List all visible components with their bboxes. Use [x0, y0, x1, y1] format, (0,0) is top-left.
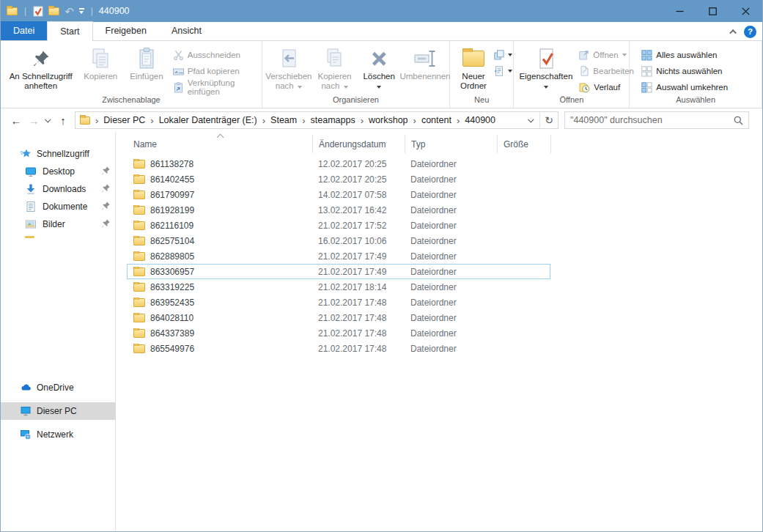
copy-icon: [89, 45, 111, 72]
file-type: Dateiordner: [405, 159, 497, 169]
file-name: 865549976: [150, 344, 194, 354]
breadcrumb-item[interactable]: Steam: [270, 115, 297, 125]
properties-button[interactable]: Eigenschaften: [515, 43, 576, 95]
tab-start[interactable]: Start: [47, 21, 92, 41]
table-row[interactable]: 861928199 13.02.2017 16:42 Dateiordner: [127, 202, 550, 218]
column-header-name[interactable]: Name: [128, 135, 312, 153]
table-row[interactable]: 864028110 21.02.2017 17:48 Dateiordner: [127, 310, 550, 325]
file-name: 862889805: [150, 251, 194, 262]
table-row[interactable]: 865549976 21.02.2017 17:48 Dateiordner: [127, 341, 550, 356]
file-type: Dateiordner: [405, 251, 497, 262]
crumb-separator: ›: [145, 115, 158, 126]
paste-icon: [136, 45, 157, 72]
tab-datei[interactable]: Datei: [1, 21, 47, 40]
file-type: Dateiordner: [405, 205, 497, 215]
table-row[interactable]: 863952435 21.02.2017 17:48 Dateiordner: [127, 295, 550, 310]
sidebar-item-onedrive[interactable]: OneDrive: [1, 379, 116, 396]
address-bar[interactable]: › Dieser PC › Lokaler Datenträger (E:) ›…: [75, 111, 559, 129]
sidebar-item-pictures[interactable]: Bilder: [1, 215, 116, 233]
file-type: Dateiordner: [405, 190, 497, 200]
file-name: 863952435: [150, 298, 194, 308]
help-button[interactable]: ?: [744, 26, 756, 38]
delete-button[interactable]: Löschen: [357, 43, 401, 95]
qat-customize-button[interactable]: [79, 8, 84, 14]
minimize-button[interactable]: [663, 0, 696, 22]
address-dropdown-icon[interactable]: [523, 112, 539, 128]
window-title: 440900: [99, 6, 130, 16]
file-modified: 21.02.2017 17:48: [312, 344, 405, 354]
pin-icon: [32, 45, 51, 72]
tab-ansicht[interactable]: Ansicht: [159, 21, 214, 40]
table-row[interactable]: 861402455 12.02.2017 20:25 Dateiordner: [127, 171, 550, 187]
history-button[interactable]: Verlauf: [576, 79, 629, 95]
file-name: 863319225: [150, 282, 194, 292]
select-all-button[interactable]: Alles auswählen: [638, 47, 756, 63]
breadcrumb-item[interactable]: steamapps: [311, 115, 355, 125]
refresh-button[interactable]: ↻: [539, 112, 558, 128]
table-row[interactable]: 862889805 21.02.2017 17:49 Dateiordner: [127, 248, 550, 264]
scissors-icon: [173, 50, 184, 61]
file-name: 864337389: [150, 328, 194, 339]
table-row[interactable]: 864337389 21.02.2017 17:48 Dateiordner: [127, 325, 550, 341]
breadcrumb-item[interactable]: workshop: [369, 115, 408, 125]
breadcrumb-item[interactable]: content: [421, 115, 451, 125]
sidebar-item-network[interactable]: Netzwerk: [1, 426, 116, 443]
crumb-separator: ›: [90, 115, 103, 126]
search-input[interactable]: [570, 115, 734, 125]
tab-freigeben[interactable]: Freigeben: [93, 21, 159, 40]
pin-to-quick-access-button[interactable]: An Schnellzugriff anheften: [4, 43, 78, 95]
move-to-icon: [278, 45, 300, 72]
file-modified: 12.02.2017 20:25: [312, 159, 405, 169]
select-none-button[interactable]: Nichts auswählen: [638, 63, 756, 79]
recent-locations-chevron-icon[interactable]: [43, 118, 54, 122]
rename-icon: [413, 45, 438, 72]
column-headers: Name Änderungsdatum Typ Größe: [128, 135, 551, 153]
new-item-button[interactable]: [494, 47, 513, 63]
breadcrumb: › Dieser PC › Lokaler Datenträger (E:) ›…: [90, 115, 495, 126]
sidebar-item-downloads[interactable]: Downloads: [1, 180, 116, 198]
downloads-icon: [25, 183, 37, 195]
file-modified: 21.02.2017 17:48: [312, 328, 405, 339]
pin-icon: [101, 201, 111, 210]
move-to-button: Verschieben nach: [265, 43, 312, 95]
column-header-size[interactable]: Größe: [497, 135, 551, 153]
table-row[interactable]: 862116109 21.02.2017 17:52 Dateiordner: [127, 218, 550, 233]
breadcrumb-item[interactable]: Dieser PC: [103, 115, 145, 125]
up-button[interactable]: ↑: [54, 111, 72, 129]
table-row[interactable]: 863306957 21.02.2017 17:49 Dateiordner: [127, 264, 550, 279]
sidebar-item-documents[interactable]: Dokumente: [1, 198, 116, 215]
crumb-separator: ›: [355, 115, 369, 126]
folder-icon: [133, 283, 145, 292]
qat-undo-button: ↶: [64, 6, 74, 17]
file-modified: 13.02.2017 16:42: [312, 205, 405, 215]
new-folder-button[interactable]: Neuer Ordner: [453, 43, 494, 95]
invert-selection-button[interactable]: Auswahl umkehren: [638, 79, 756, 95]
table-row[interactable]: 861790997 14.02.2017 07:58 Dateiordner: [127, 187, 550, 202]
table-row[interactable]: 861138278 12.02.2017 20:25 Dateiordner: [127, 156, 550, 171]
column-header-type[interactable]: Typ: [405, 135, 497, 153]
dropdown-caret-icon: [544, 86, 548, 89]
breadcrumb-item[interactable]: Lokaler Datenträger (E:): [159, 115, 257, 125]
collapse-ribbon-icon[interactable]: [729, 29, 737, 36]
column-header-modified[interactable]: Änderungsdatum: [312, 135, 405, 153]
new-folder-icon: [462, 45, 484, 72]
table-row[interactable]: 862575104 16.02.2017 10:06 Dateiordner: [127, 233, 550, 248]
delete-icon: [368, 45, 390, 72]
dropdown-caret-icon: [622, 53, 627, 56]
back-button[interactable]: ←: [7, 111, 25, 129]
maximize-button[interactable]: [696, 0, 729, 22]
easy-access-button[interactable]: [494, 63, 513, 79]
network-icon: [20, 429, 32, 440]
qat-properties-button[interactable]: [33, 6, 43, 17]
sidebar-item-this-pc[interactable]: Dieser PC: [1, 402, 116, 420]
search-box[interactable]: [564, 111, 749, 129]
table-row[interactable]: 863319225 21.02.2017 18:14 Dateiordner: [127, 279, 550, 295]
qat-new-folder-button[interactable]: [48, 7, 59, 15]
titlebar: | ↶ | 440900: [1, 0, 762, 22]
search-icon: [734, 116, 743, 125]
sidebar-item-desktop[interactable]: Desktop: [1, 163, 116, 180]
close-button[interactable]: [729, 0, 762, 22]
sidebar-item-quick-access[interactable]: Schnellzugriff: [1, 145, 116, 163]
file-type: Dateiordner: [405, 174, 497, 185]
breadcrumb-item[interactable]: 440900: [465, 115, 495, 125]
